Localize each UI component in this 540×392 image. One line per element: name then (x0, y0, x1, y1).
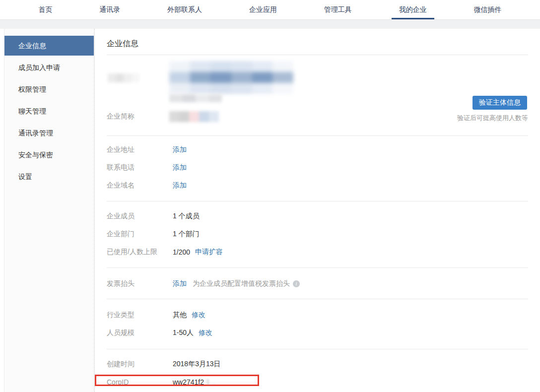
sidebar-item-permissions[interactable]: 权限管理 (4, 79, 94, 99)
sidebar-item-contacts-manage[interactable]: 通讯录管理 (4, 123, 94, 143)
info-icon[interactable]: i (293, 280, 300, 287)
sidebar-item-settings[interactable]: 设置 (4, 167, 94, 187)
row-label: 企业成员 (107, 212, 173, 221)
industry-value: 其他 (173, 311, 187, 320)
departments-count-value: 1 个部门 (173, 230, 200, 239)
row-corp-id: CorpID ww2741f2 1 .. (107, 373, 528, 391)
company-profile-section: 企业简称 验证主体信息 验证后可提高使用人数等 (107, 55, 528, 135)
invoice-group: 发票抬头 添加 为企业成员配置增值税发票抬头 i (107, 267, 528, 299)
edit-scale-link[interactable]: 修改 (199, 328, 212, 337)
row-label: 企业域名 (107, 181, 173, 190)
row-label: 企业部门 (107, 230, 173, 239)
verify-hint-text: 验证后可提高使用人数等 (457, 114, 528, 123)
add-domain-link[interactable]: 添加 (173, 181, 187, 190)
row-contact-phone: 联系电话 添加 (107, 159, 528, 177)
verify-subject-button[interactable]: 验证主体信息 (472, 96, 527, 110)
short-name-label: 企业简称 (107, 112, 169, 121)
row-company-domain: 企业域名 添加 (107, 177, 528, 195)
row-members-count: 企业成员 1 个成员 (107, 207, 528, 225)
add-invoice-link[interactable]: 添加 (173, 279, 187, 288)
row-label: 行业类型 (107, 311, 173, 320)
row-company-address: 企业地址 添加 (107, 141, 528, 159)
company-subtext-blurred (169, 94, 222, 102)
row-created-date: 创建时间 2018年3月13日 (107, 355, 528, 373)
contact-info-group: 企业地址 添加 联系电话 添加 企业域名 添加 (107, 135, 528, 201)
add-phone-link[interactable]: 添加 (173, 163, 187, 172)
row-label: 人员规模 (107, 328, 173, 337)
industry-group: 行业类型 其他 修改 人员规模 1-50人 修改 (107, 299, 528, 349)
row-label: 联系电话 (107, 163, 173, 172)
company-name-blurred (169, 61, 293, 94)
top-nav: 首页 通讯录 外部联系人 企业应用 管理工具 我的企业 微信插件 (0, 0, 540, 20)
short-name-value-blurred (169, 111, 219, 122)
nav-item-wechat-plugin[interactable]: 微信插件 (466, 0, 509, 19)
row-label: CorpID (107, 378, 173, 386)
row-label: 发票抬头 (107, 279, 173, 288)
sidebar-item-company-info[interactable]: 企业信息 (4, 36, 94, 56)
row-seat-quota: 已使用/人数上限 1/200 申请扩容 (107, 243, 528, 261)
created-date-value: 2018年3月13日 (173, 360, 221, 369)
nav-item-external[interactable]: 外部联系人 (160, 0, 209, 19)
row-invoice-title: 发票抬头 添加 为企业成员配置增值税发票抬头 i (107, 275, 528, 293)
corp-id-value: ww2741f2 (173, 378, 204, 386)
nav-item-admin-tools[interactable]: 管理工具 (317, 0, 359, 19)
page-title: 企业信息 (107, 29, 528, 55)
sidebar: 企业信息 成员加入申请 权限管理 聊天管理 通讯录管理 安全与保密 设置 (4, 29, 94, 392)
row-label: 创建时间 (107, 360, 173, 369)
quota-value: 1/200 (173, 248, 190, 256)
nav-item-apps[interactable]: 企业应用 (242, 0, 284, 19)
row-staff-scale: 人员规模 1-50人 修改 (107, 324, 528, 342)
sidebar-item-chat-manage[interactable]: 聊天管理 (4, 101, 94, 121)
expand-quota-link[interactable]: 申请扩容 (195, 248, 223, 257)
row-industry-type: 行业类型 其他 修改 (107, 306, 528, 324)
members-count-value: 1 个成员 (173, 212, 200, 221)
corp-id-blurred-tail: 1 .. (206, 378, 215, 386)
sidebar-item-join-requests[interactable]: 成员加入申请 (4, 58, 94, 77)
sidebar-item-security[interactable]: 安全与保密 (4, 145, 94, 165)
row-departments-count: 企业部门 1 个部门 (107, 225, 528, 243)
add-address-link[interactable]: 添加 (173, 145, 187, 154)
edit-industry-link[interactable]: 修改 (192, 311, 205, 320)
meta-group: 创建时间 2018年3月13日 CorpID ww2741f2 1 .. (107, 349, 528, 392)
nav-item-home[interactable]: 首页 (31, 0, 60, 19)
nav-separator-band (0, 20, 540, 29)
row-label: 企业地址 (107, 145, 173, 154)
members-group: 企业成员 1 个成员 企业部门 1 个部门 已使用/人数上限 1/200 申请扩… (107, 201, 528, 267)
page-body: 企业信息 成员加入申请 权限管理 聊天管理 通讯录管理 安全与保密 设置 企业信… (0, 29, 540, 392)
short-name-row: 企业简称 (107, 111, 219, 122)
row-label: 已使用/人数上限 (107, 248, 173, 257)
main-content: 企业信息 企业简称 (94, 29, 540, 392)
invoice-note: 为企业成员配置增值税发票抬头 (193, 279, 290, 288)
nav-item-contacts[interactable]: 通讯录 (92, 0, 128, 19)
nav-item-my-company[interactable]: 我的企业 (392, 0, 434, 19)
company-logo-blurred (108, 73, 139, 82)
scale-value: 1-50人 (173, 328, 194, 337)
